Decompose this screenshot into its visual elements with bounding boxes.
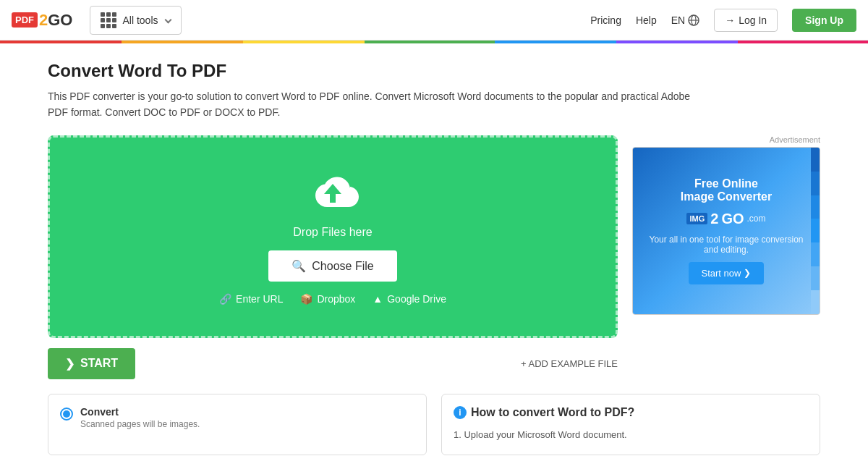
login-arrow-icon: →: [725, 14, 735, 26]
header: PDF 2 GO All tools Pricing Help EN → Log…: [0, 0, 868, 41]
google-drive-label: Google Drive: [387, 293, 446, 305]
cloud-upload-icon: [304, 168, 362, 214]
content-row: Drop Files here 🔍 Choose File 🔗 Enter UR…: [48, 135, 820, 379]
link-icon: 🔗: [219, 293, 231, 305]
ad-cta-arrow-icon: ❯: [744, 268, 751, 278]
ad-label: Advertisement: [632, 135, 820, 144]
start-arrow-icon: ❯: [65, 357, 75, 371]
ad-line1: Free Online Image Converter: [681, 177, 772, 203]
start-label: START: [80, 357, 118, 370]
convert-option-text: Convert Scanned pages will be images.: [80, 406, 200, 429]
ad-img-label: IMG: [686, 213, 707, 224]
ad-logo: IMG 2 GO .com: [686, 211, 765, 227]
page-description: This PDF converter is your go-to solutio…: [48, 88, 699, 121]
bottom-row: Convert Scanned pages will be images. i …: [48, 394, 820, 455]
howto-title: i How to convert Word to PDF?: [454, 406, 808, 419]
grid-icon: [101, 12, 116, 28]
ad-cta-button[interactable]: Start now ❯: [689, 262, 765, 284]
action-row: ❯ START + ADD EXAMPLE FILE: [48, 348, 618, 379]
chevron-down-icon: [164, 17, 171, 24]
login-label: Log In: [739, 14, 767, 26]
howto-box: i How to convert Word to PDF? 1. Upload …: [441, 394, 820, 455]
logo-2: 2: [39, 11, 48, 30]
add-example-link[interactable]: + ADD EXAMPLE FILE: [521, 358, 618, 369]
ad-logo-2: 2: [710, 211, 718, 227]
source-options: 🔗 Enter URL 📦 Dropbox ▲ Google Drive: [219, 293, 446, 305]
ad-panel: Advertisement Free Online Image Conv: [632, 135, 820, 315]
add-example-label: + ADD EXAMPLE FILE: [521, 358, 618, 369]
ad-box: Free Online Image Converter IMG 2 GO .co…: [632, 147, 820, 315]
ad-color-bars: [811, 148, 820, 314]
drop-text: Drop Files here: [293, 226, 372, 239]
help-link[interactable]: Help: [636, 14, 657, 26]
convert-label: Convert: [80, 406, 200, 418]
ad-description: Your all in one tool for image conversio…: [644, 235, 808, 255]
convert-sublabel: Scanned pages will be images.: [80, 419, 200, 429]
search-icon: 🔍: [292, 259, 306, 273]
lang-label: EN: [671, 14, 685, 26]
howto-step-1: 1. Upload your Microsoft Word document.: [454, 426, 808, 443]
logo-pdf: PDF: [12, 12, 38, 28]
ad-content: Free Online Image Converter IMG 2 GO .co…: [633, 148, 820, 314]
choose-file-label: Choose File: [312, 260, 373, 273]
language-selector[interactable]: EN: [671, 14, 699, 26]
convert-option-box: Convert Scanned pages will be images.: [48, 394, 427, 455]
dropbox-label: Dropbox: [317, 293, 355, 305]
info-icon: i: [454, 406, 467, 419]
radio-inner: [63, 410, 70, 418]
upload-section: Drop Files here 🔍 Choose File 🔗 Enter UR…: [48, 135, 618, 379]
choose-file-button[interactable]: 🔍 Choose File: [268, 250, 396, 282]
convert-radio[interactable]: [60, 408, 73, 421]
enter-url-option[interactable]: 🔗 Enter URL: [219, 293, 283, 305]
main-content: Convert Word To PDF This PDF converter i…: [36, 43, 832, 456]
logo-go: GO: [48, 11, 72, 30]
header-nav: Pricing Help EN → Log In Sign Up: [590, 9, 856, 32]
page-title: Convert Word To PDF: [48, 61, 820, 81]
start-button[interactable]: ❯ START: [48, 348, 135, 379]
pricing-link[interactable]: Pricing: [590, 14, 621, 26]
signup-button[interactable]: Sign Up: [792, 9, 856, 32]
logo: PDF 2 GO: [12, 11, 72, 30]
enter-url-label: Enter URL: [236, 293, 283, 305]
ad-cta-label: Start now: [702, 268, 741, 279]
login-button[interactable]: → Log In: [714, 9, 778, 32]
google-drive-icon: ▲: [373, 293, 383, 305]
dropbox-icon: 📦: [300, 293, 312, 305]
upload-dropzone[interactable]: Drop Files here 🔍 Choose File 🔗 Enter UR…: [48, 135, 618, 338]
howto-title-text: How to convert Word to PDF?: [471, 406, 634, 419]
all-tools-label: All tools: [122, 14, 158, 26]
dropbox-option[interactable]: 📦 Dropbox: [300, 293, 355, 305]
google-drive-option[interactable]: ▲ Google Drive: [373, 293, 446, 305]
ad-logo-go: GO: [721, 211, 744, 227]
globe-icon: [688, 14, 699, 26]
all-tools-button[interactable]: All tools: [90, 6, 181, 35]
ad-logo-com: .com: [747, 214, 766, 224]
